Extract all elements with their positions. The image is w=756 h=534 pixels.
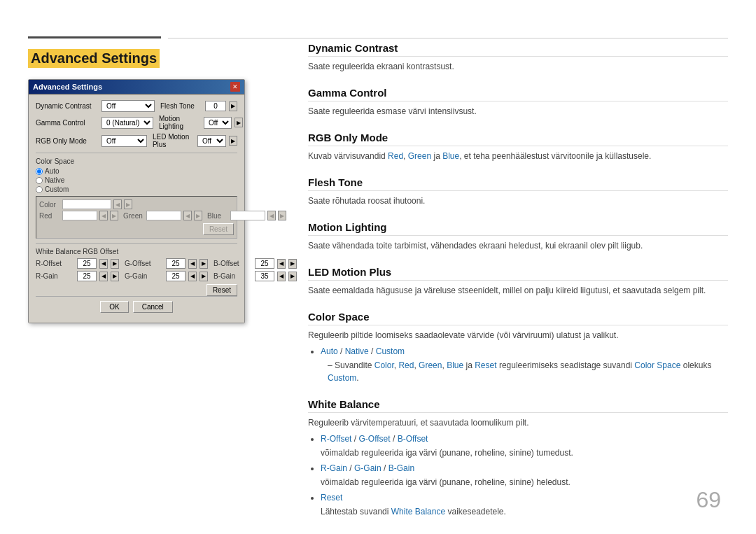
dynamic-contrast-title: Dynamic Contrast <box>308 42 728 57</box>
radio-custom[interactable]: Custom <box>36 185 237 193</box>
color-ctrl-color: Color ◀ ▶ <box>39 199 234 209</box>
b-offset-input[interactable] <box>255 258 274 269</box>
g-gain-arrow-r[interactable]: ▶ <box>200 272 208 281</box>
b-gain-input[interactable] <box>255 271 274 281</box>
left-panel: Advanced Settings Advanced Settings ✕ Dy… <box>28 49 294 323</box>
topic-white-balance: White Balance Reguleerib värvitemperatuu… <box>308 398 728 518</box>
motion-lighting-title: Motion Lighting <box>308 221 728 236</box>
green-input[interactable] <box>146 211 181 220</box>
blue-input[interactable] <box>230 211 265 220</box>
color-arrow-r[interactable]: ▶ <box>124 199 132 209</box>
blue-arrow-l[interactable]: ◀ <box>267 211 276 220</box>
b-offset-arrow-r[interactable]: ▶ <box>288 259 297 269</box>
r-offset-input[interactable] <box>77 258 97 269</box>
cancel-button[interactable]: Cancel <box>133 301 173 313</box>
g-gain-arrow-l[interactable]: ◀ <box>188 272 197 281</box>
ok-button[interactable]: OK <box>100 301 128 313</box>
cs-colorspace-link: Color Space <box>634 360 680 370</box>
wb-offset-subdesc: võimaldab reguleerida iga värvi (punane,… <box>321 447 728 459</box>
wb-wb-link: White Balance <box>391 507 445 517</box>
red-arrow-r[interactable]: ▶ <box>110 211 118 220</box>
wb-gain-subdesc: võimaldab reguleerida iga värvi (punane,… <box>321 476 728 489</box>
flesh-tone-input[interactable] <box>205 101 226 111</box>
topic-rgb-only-mode: RGB Only Mode Kuvab värvisuvandid Red, G… <box>308 132 728 162</box>
blue-link: Blue <box>442 151 459 161</box>
r-offset-arrow-r[interactable]: ▶ <box>111 259 119 269</box>
wb-row-gain: R-Gain ◀ ▶ G-Gain ◀ ▶ B-Gain ◀ ▶ <box>36 271 237 281</box>
b-gain-arrow-r[interactable]: ▶ <box>288 272 297 281</box>
blue-label: Blue <box>207 212 228 220</box>
g-offset-input[interactable] <box>166 258 186 269</box>
topic-motion-lighting: Motion Lighting Saate vähendada toite ta… <box>308 221 728 252</box>
gamma-control-select[interactable]: 0 (Natural) <box>102 117 153 129</box>
green-link: Green <box>408 151 431 161</box>
radio-auto[interactable]: Auto <box>36 167 237 175</box>
wb-reset-subdesc: Lähtestab suvandi White Balance vaikesea… <box>321 505 728 518</box>
radio-custom-input[interactable] <box>36 186 43 193</box>
wb-list-item-gain: R-Gain / G-Gain / B-Gain võimaldab regul… <box>321 462 728 489</box>
green-arrow-r[interactable]: ▶ <box>194 211 202 220</box>
flesh-tone-arrow-btn[interactable]: ▶ <box>229 101 237 111</box>
rgb-only-select[interactable]: Off <box>102 135 147 147</box>
wb-list-item-offset: R-Offset / G-Offset / B-Offset võimaldab… <box>321 433 728 459</box>
cs-blue2-link: Blue <box>447 360 463 370</box>
radio-native-input[interactable] <box>36 177 43 184</box>
gamma-control-title: Gamma Control <box>308 87 728 101</box>
dynamic-contrast-desc: Saate reguleerida ekraani kontrastsust. <box>308 60 728 73</box>
divider-1 <box>36 153 237 153</box>
radio-auto-label: Auto <box>45 167 59 175</box>
motion-lighting-arrow[interactable]: ▶ <box>234 118 243 127</box>
dialog-row-rgb: RGB Only Mode Off LED Motion Plus Off ▶ <box>36 133 237 148</box>
advanced-settings-dialog: Advanced Settings ✕ Dynamic Contrast Off… <box>28 79 245 323</box>
r-gain-arrow-l[interactable]: ◀ <box>99 272 108 281</box>
red-arrow-l[interactable]: ◀ <box>99 211 108 220</box>
dynamic-contrast-select[interactable]: Off <box>102 100 155 112</box>
b-offset-arrow-l[interactable]: ◀ <box>277 259 286 269</box>
radio-auto-input[interactable] <box>36 168 43 175</box>
wb-reset-btn[interactable]: Reset <box>206 284 237 296</box>
topic-dynamic-contrast: Dynamic Contrast Saate reguleerida ekraa… <box>308 42 728 73</box>
red-label: Red <box>39 212 60 220</box>
white-balance-title: White Balance <box>308 398 728 413</box>
topic-color-space: Color Space Reguleerib piltide loomiseks… <box>308 311 728 384</box>
motion-lighting-select[interactable]: Off <box>204 117 232 129</box>
green-arrow-l[interactable]: ◀ <box>183 211 192 220</box>
radio-custom-label: Custom <box>45 185 69 193</box>
r-offset-arrow-l[interactable]: ◀ <box>99 259 108 269</box>
rgb-only-mode-desc: Kuvab värvisuvandid Red, Green ja Blue, … <box>308 150 728 162</box>
color-space-sub-list: Suvandite Color, Red, Green, Blue ja Res… <box>321 359 728 384</box>
cs-green-link: Green <box>419 360 442 370</box>
color-reset-btn[interactable]: Reset <box>203 223 234 235</box>
g-offset-arrow-l[interactable]: ◀ <box>188 259 197 269</box>
r-gain-arrow-r[interactable]: ▶ <box>111 272 119 281</box>
color-input[interactable] <box>62 199 111 209</box>
divider-2 <box>36 243 237 244</box>
dialog-footer: OK Cancel <box>36 296 237 317</box>
top-line-right <box>168 38 728 38</box>
r-offset-label: R-Offset <box>36 260 74 267</box>
dialog-body: Dynamic Contrast Off Flesh Tone ▶ Gamma … <box>29 94 244 323</box>
dialog-close-button[interactable]: ✕ <box>230 82 240 92</box>
color-space-sub-item-1: Suvandite Color, Red, Green, Blue ja Res… <box>328 359 728 384</box>
blue-arrow-r[interactable]: ▶ <box>278 211 286 220</box>
radio-native[interactable]: Native <box>36 176 237 184</box>
r-gain-input[interactable] <box>77 271 97 281</box>
dialog-title: Advanced Settings <box>33 83 102 91</box>
color-space-list-item-1: Auto / Native / Custom Suvandite Color, … <box>321 345 728 384</box>
wb-section-title: White Balance RGB Offset <box>36 248 237 255</box>
red-link: Red <box>388 151 403 161</box>
g-offset-arrow-r[interactable]: ▶ <box>200 259 208 269</box>
cs-red-link: Red <box>398 360 414 370</box>
wb-reset-link: Reset <box>321 493 342 503</box>
wb-g-gain-link: G-Gain <box>354 463 382 473</box>
red-input[interactable] <box>62 211 97 220</box>
b-gain-label: B-Gain <box>214 272 252 280</box>
cs-reset-link: Reset <box>475 360 496 370</box>
green-label: Green <box>123 212 144 220</box>
led-motion-select[interactable]: Off <box>197 135 226 147</box>
led-motion-arrow[interactable]: ▶ <box>229 136 237 146</box>
g-gain-input[interactable] <box>166 271 186 281</box>
color-arrow[interactable]: ◀ <box>113 199 122 209</box>
b-gain-arrow-l[interactable]: ◀ <box>277 272 286 281</box>
led-motion-label: LED Motion Plus <box>153 133 195 148</box>
